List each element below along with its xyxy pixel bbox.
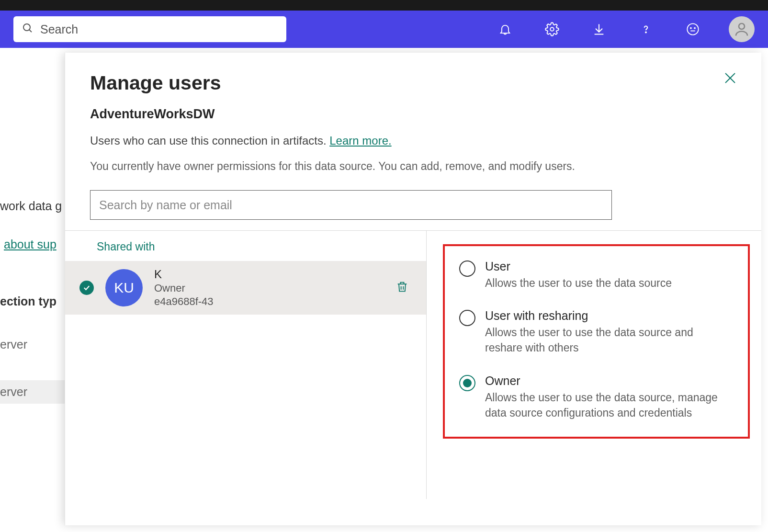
role-description: Allows the user to use the data source	[485, 275, 672, 291]
global-search-input[interactable]	[40, 23, 278, 36]
role-title: User with resharing	[485, 309, 734, 323]
delete-user-button[interactable]	[393, 277, 412, 298]
bg-text-fragment: ection typ	[0, 294, 56, 308]
panel-description: Users who can use this connection in art…	[90, 132, 736, 149]
role-option-user-resharing[interactable]: User with resharing Allows the user to u…	[459, 309, 734, 355]
users-list-pane: Shared with KU K Owner e4a9688f-43	[65, 231, 427, 499]
panel-title: Manage users	[90, 72, 736, 94]
notifications-icon[interactable]	[492, 16, 518, 42]
global-search[interactable]	[13, 16, 286, 42]
radio-icon[interactable]	[459, 310, 475, 326]
svg-point-8	[739, 23, 745, 29]
svg-point-2	[550, 27, 554, 31]
tab-shared-with[interactable]: Shared with	[97, 240, 155, 253]
user-name: K	[154, 268, 381, 281]
learn-more-link[interactable]: Learn more.	[329, 134, 391, 147]
download-icon[interactable]	[586, 16, 612, 42]
user-role: Owner	[154, 282, 381, 294]
feedback-icon[interactable]	[680, 16, 706, 42]
svg-point-6	[694, 28, 695, 29]
svg-point-5	[690, 28, 691, 29]
user-list-item[interactable]: KU K Owner e4a9688f-43	[65, 261, 426, 315]
role-option-owner[interactable]: Owner Allows the user to use the data so…	[459, 374, 734, 420]
user-avatar: KU	[105, 269, 143, 306]
roles-highlight-box: User Allows the user to use the data sou…	[443, 244, 750, 439]
user-id: e4a9688f-43	[154, 295, 381, 308]
bg-link-fragment[interactable]: about sup	[4, 238, 56, 251]
role-description: Allows the user to use the data source a…	[485, 325, 734, 355]
svg-point-4	[687, 23, 698, 34]
role-title: Owner	[485, 374, 734, 388]
check-icon	[79, 281, 94, 295]
role-option-user[interactable]: User Allows the user to use the data sou…	[459, 260, 734, 291]
search-users-input[interactable]	[90, 190, 612, 220]
permissions-note: You currently have owner permissions for…	[90, 160, 736, 173]
help-icon[interactable]	[633, 16, 659, 42]
role-title: User	[485, 260, 672, 273]
svg-point-0	[23, 24, 30, 31]
bg-text-fragment: erver	[0, 380, 65, 404]
bg-text-fragment: work data g	[0, 199, 62, 213]
app-header	[0, 11, 768, 48]
close-button[interactable]	[723, 71, 740, 88]
panel-description-text: Users who can use this connection in art…	[90, 134, 329, 147]
svg-line-1	[29, 30, 32, 32]
search-icon	[22, 23, 34, 36]
bg-text-fragment: erver	[0, 338, 27, 351]
svg-point-3	[645, 32, 646, 33]
manage-users-panel: Manage users AdventureWorksDW Users who …	[65, 53, 761, 525]
radio-icon[interactable]	[459, 260, 475, 277]
settings-icon[interactable]	[539, 16, 565, 42]
window-titlebar	[0, 0, 768, 11]
role-description: Allows the user to use the data source, …	[485, 390, 734, 420]
panel-subtitle: AdventureWorksDW	[90, 107, 736, 122]
user-avatar-header[interactable]	[729, 16, 755, 42]
radio-icon[interactable]	[459, 375, 475, 391]
role-selector-pane: User Allows the user to use the data sou…	[427, 231, 761, 499]
